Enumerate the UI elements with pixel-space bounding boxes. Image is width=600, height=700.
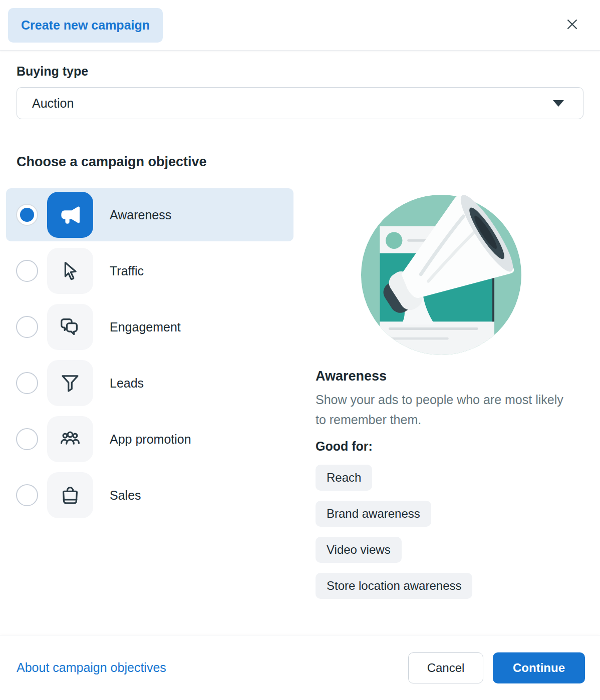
buying-type-label: Buying type: [17, 64, 583, 79]
chat-bubbles-icon: [47, 304, 93, 350]
radio-engagement[interactable]: [16, 316, 38, 338]
objective-section-heading: Choose a campaign objective: [17, 154, 583, 170]
good-for-label: Good for:: [316, 439, 567, 454]
radio-app-promotion[interactable]: [16, 428, 38, 450]
cancel-button[interactable]: Cancel: [408, 652, 483, 683]
close-button[interactable]: [562, 15, 582, 36]
objective-label: Leads: [110, 376, 144, 391]
about-campaign-objectives-link[interactable]: About campaign objectives: [17, 660, 166, 675]
objective-option-awareness[interactable]: Awareness: [6, 188, 293, 241]
objective-option-sales[interactable]: Sales: [6, 469, 293, 522]
funnel-icon: [47, 360, 93, 406]
radio-sales[interactable]: [16, 484, 38, 506]
dialog-title-pill: Create new campaign: [8, 8, 163, 43]
objective-label: Sales: [110, 488, 141, 503]
awareness-illustration: [360, 194, 522, 356]
detail-description: Show your ads to people who are most lik…: [316, 390, 567, 430]
megaphone-icon: [47, 192, 93, 238]
buying-type-value: Auction: [32, 96, 74, 111]
chevron-down-icon: [553, 100, 564, 107]
continue-button[interactable]: Continue: [493, 652, 585, 683]
objective-label: Awareness: [110, 208, 171, 222]
good-for-tags: Reach Brand awareness Video views Store …: [316, 465, 567, 599]
objective-label: App promotion: [110, 432, 191, 447]
objective-label: Engagement: [110, 320, 181, 334]
objective-option-engagement[interactable]: Engagement: [6, 300, 293, 354]
create-campaign-dialog: Create new campaign Buying type Auction …: [0, 0, 600, 599]
objective-option-leads[interactable]: Leads: [6, 357, 293, 410]
tag-brand-awareness: Brand awareness: [316, 501, 431, 527]
objective-list: Awareness Traffic: [6, 188, 293, 599]
dialog-body: Buying type Auction Choose a campaign ob…: [0, 64, 600, 599]
tag-store-location-awareness: Store location awareness: [316, 573, 472, 599]
shopping-bag-icon: [47, 472, 93, 518]
radio-traffic[interactable]: [16, 260, 38, 282]
objective-detail-panel: Awareness Show your ads to people who ar…: [316, 188, 567, 599]
objective-label: Traffic: [110, 264, 144, 278]
tag-reach: Reach: [316, 465, 372, 491]
detail-title: Awareness: [316, 369, 567, 384]
radio-leads[interactable]: [16, 372, 38, 394]
buying-type-select[interactable]: Auction: [17, 87, 583, 119]
close-icon: [564, 17, 580, 34]
cursor-icon: [47, 248, 93, 294]
objective-option-app-promotion[interactable]: App promotion: [6, 413, 293, 466]
people-icon: [47, 416, 93, 462]
objective-option-traffic[interactable]: Traffic: [6, 244, 293, 297]
dialog-title: Create new campaign: [21, 18, 150, 32]
dialog-header: Create new campaign: [0, 0, 600, 51]
dialog-footer: About campaign objectives Cancel Continu…: [0, 635, 600, 700]
radio-awareness[interactable]: [16, 204, 38, 226]
tag-video-views: Video views: [316, 537, 402, 563]
